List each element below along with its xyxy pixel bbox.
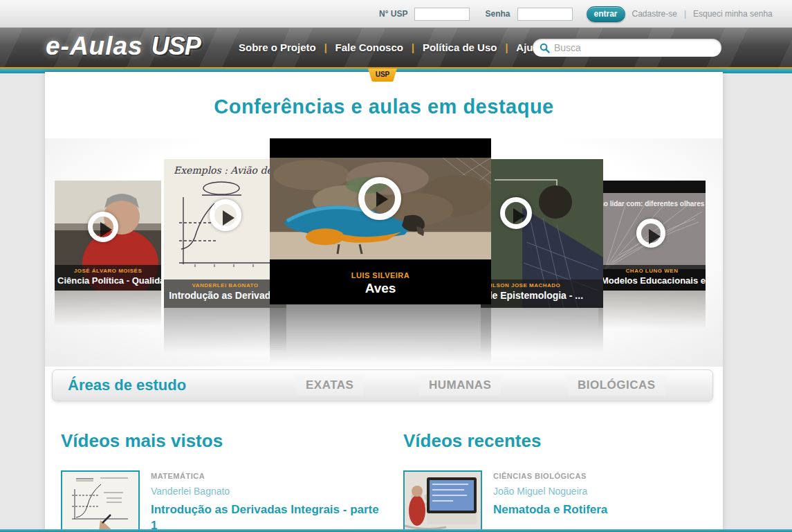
whiteboard-text: Exemplos : Avião de <box>174 165 273 176</box>
video-thumbnail-nematoda[interactable]: USP <box>403 470 482 532</box>
reflection <box>270 304 491 363</box>
recent-videos-heading: Vídeos recentes <box>403 430 541 452</box>
study-areas-title: Áreas de estudo <box>68 376 186 394</box>
reflection <box>164 308 286 353</box>
lecture-screen-image: USP <box>405 472 481 531</box>
video-title: Ciência Política - Qualidade <box>57 275 158 286</box>
main-header: e-Aulas USP Sobre o Projeto | Fale Conos… <box>0 28 792 67</box>
play-icon <box>210 199 241 231</box>
page-title: Conferências e aulas em destaque <box>45 95 723 118</box>
video-author-link[interactable]: João Miguel Nogueira <box>493 486 728 497</box>
reflection <box>55 288 161 326</box>
nusp-label: N° USP <box>379 9 407 19</box>
nav-separator: | <box>324 42 327 53</box>
search-icon <box>540 43 550 53</box>
video-title-link[interactable]: Introdução as Derivadas Integrais - part… <box>151 502 386 532</box>
tab-exatas[interactable]: EXATAS <box>296 375 363 396</box>
carousel-item-ciencia-politica[interactable]: JOSÉ ÁLVARO MOISÉS Ciência Política - Qu… <box>55 181 161 291</box>
topbar-separator: | <box>684 9 686 19</box>
esqueci-link[interactable]: Esqueci minha senha <box>693 9 773 19</box>
carousel-item-epistemologia[interactable]: NILSON JOSE MACHADO de Epistemologia - .… <box>481 159 603 308</box>
carousel-item-derivadas[interactable]: Exemplos : Avião de VANDERLEI BAGNATO In… <box>164 159 286 308</box>
video-title: de Epistemologia - ... <box>486 290 600 301</box>
slide-text: no lidar com: diferentes olhares <box>598 200 706 208</box>
search-box[interactable] <box>533 39 721 57</box>
senha-input[interactable] <box>517 8 573 21</box>
content-area: Conferências e aulas em destaque JOSÉ ÁL… <box>45 72 723 532</box>
nav-sobre-o-projeto[interactable]: Sobre o Projeto <box>239 42 316 53</box>
whiteboard-graph-image <box>62 472 138 531</box>
cadastre-link[interactable]: Cadastre-se <box>632 9 677 19</box>
video-title: Introdução as Derivadas <box>167 290 284 301</box>
reflection <box>481 308 603 353</box>
video-author: CHAO LUNG WEN <box>601 268 703 274</box>
reflection <box>598 291 706 329</box>
usp-logo: USP <box>151 32 201 61</box>
video-title-link[interactable]: Nematoda e Rotifera <box>493 502 728 518</box>
search-input[interactable] <box>554 42 715 53</box>
video-thumbnail-derivadas[interactable] <box>61 470 140 532</box>
logo-eaulas-text: e-Aulas <box>46 32 143 61</box>
nav-separator: | <box>412 42 414 53</box>
video-category: MATEMÁTICA <box>151 472 386 480</box>
play-icon <box>500 197 532 229</box>
featured-carousel: JOSÉ ÁLVARO MOISÉS Ciência Política - Qu… <box>45 138 723 367</box>
entrar-button[interactable]: entrar <box>587 6 625 22</box>
main-nav: Sobre o Projeto | Fale Conosco | Polític… <box>239 28 545 67</box>
login-bar: N° USP Senha entrar Cadastre-se | Esquec… <box>0 0 792 28</box>
video-category: CIÊNCIAS BIOLÓGICAS <box>493 472 728 480</box>
video-author: JOSÉ ÁLVARO MOISÉS <box>57 268 158 274</box>
nav-separator: | <box>505 42 508 53</box>
video-author: LUIS SILVEIRA <box>270 271 491 279</box>
carousel-item-modelos-educacionais[interactable]: no lidar com: diferentes olhares CHAO LU… <box>598 181 706 291</box>
play-icon <box>88 212 118 242</box>
tab-humanas[interactable]: HUMANAS <box>419 375 501 396</box>
site-logo[interactable]: e-Aulas USP <box>46 32 201 61</box>
nusp-input[interactable] <box>414 8 470 21</box>
play-icon <box>636 219 665 248</box>
carousel-item-aves[interactable]: LUIS SILVEIRA Aves <box>270 138 491 304</box>
nav-fale-conosco[interactable]: Fale Conosco <box>335 42 403 53</box>
most-viewed-heading: Vídeos mais vistos <box>61 430 223 452</box>
video-title: Modelos Educacionais em... <box>601 275 703 286</box>
video-title: Aves <box>270 281 491 296</box>
senha-label: Senha <box>485 9 510 19</box>
nav-politica-de-uso[interactable]: Política de Uso <box>423 42 497 53</box>
video-author: NILSON JOSE MACHADO <box>486 282 600 288</box>
video-author: VANDERLEI BAGNATO <box>167 282 284 288</box>
tab-biologicas[interactable]: BIOLÓGICAS <box>568 375 665 396</box>
footer-teal-line <box>0 529 792 532</box>
usp-ribbon-badge: USP <box>368 68 397 82</box>
study-areas-bar: Áreas de estudo EXATAS HUMANAS BIOLÓGICA… <box>52 369 713 401</box>
play-icon <box>358 177 401 220</box>
video-author-link[interactable]: Vanderlei Bagnato <box>151 486 386 497</box>
